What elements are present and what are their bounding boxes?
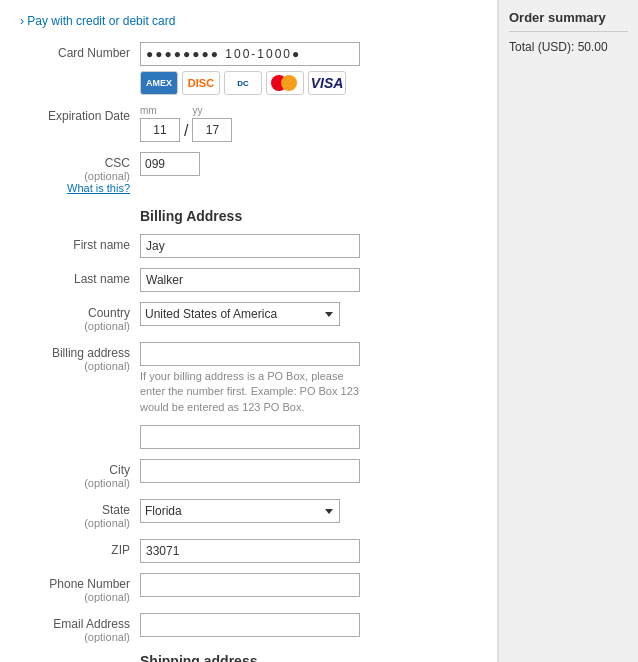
- amex-icon: AMEX: [140, 71, 178, 95]
- country-select[interactable]: United States of America Canada United K…: [140, 302, 340, 326]
- csc-row: CSC (optional) What is this?: [20, 152, 477, 194]
- expiry-yy-label: yy: [192, 105, 232, 116]
- address2-row: [20, 425, 477, 449]
- state-control: Florida Alabama Alaska Arizona Californi…: [140, 499, 477, 523]
- phone-label: Phone Number (optional): [20, 573, 140, 603]
- card-number-control: AMEX DISC DC VISA: [140, 42, 477, 95]
- last-name-label: Last name: [20, 268, 140, 286]
- zip-label: ZIP: [20, 539, 140, 557]
- email-control: [140, 613, 477, 637]
- city-row: City (optional): [20, 459, 477, 489]
- sidebar-total-label: Total (USD):: [509, 40, 574, 54]
- state-select[interactable]: Florida Alabama Alaska Arizona Californi…: [140, 499, 340, 523]
- billing-address-row: Billing address (optional) If your billi…: [20, 342, 477, 415]
- csc-label: CSC (optional) What is this?: [20, 152, 140, 194]
- shipping-title: Shipping address: [140, 653, 477, 662]
- expiry-separator: /: [184, 122, 188, 140]
- first-name-input[interactable]: [140, 234, 360, 258]
- email-input[interactable]: [140, 613, 360, 637]
- csc-control: [140, 152, 477, 176]
- phone-input[interactable]: [140, 573, 360, 597]
- state-label: State (optional): [20, 499, 140, 529]
- state-row: State (optional) Florida Alabama Alaska …: [20, 499, 477, 529]
- csc-input[interactable]: [140, 152, 200, 176]
- address2-input[interactable]: [140, 425, 360, 449]
- city-optional: (optional): [20, 477, 130, 489]
- card-number-input[interactable]: [140, 42, 360, 66]
- first-name-control: [140, 234, 477, 258]
- zip-control: [140, 539, 477, 563]
- email-label: Email Address (optional): [20, 613, 140, 643]
- billing-address-control: If your billing address is a PO Box, ple…: [140, 342, 477, 415]
- visa-icon: VISA: [308, 71, 346, 95]
- billing-address-label: Billing address (optional): [20, 342, 140, 372]
- first-name-label: First name: [20, 234, 140, 252]
- breadcrumb-link[interactable]: Pay with credit or debit card: [27, 14, 175, 28]
- zip-input[interactable]: [140, 539, 360, 563]
- billing-address-optional: (optional): [20, 360, 130, 372]
- address2-label: [20, 425, 140, 429]
- phone-optional: (optional): [20, 591, 130, 603]
- phone-row: Phone Number (optional): [20, 573, 477, 603]
- shipping-section: Shipping address Same as billing address…: [140, 653, 477, 662]
- mastercard-icon: [266, 71, 304, 95]
- sidebar-total-value: 50.00: [578, 40, 608, 54]
- expiry-yy-input[interactable]: [192, 118, 232, 142]
- order-summary-sidebar: Order summary Total (USD): 50.00: [498, 0, 638, 662]
- discover-icon: DISC: [182, 71, 220, 95]
- phone-control: [140, 573, 477, 597]
- expiry-row: Expiration Date mm / yy: [20, 105, 477, 142]
- billing-address-input[interactable]: [140, 342, 360, 366]
- address2-control: [140, 425, 477, 449]
- city-label: City (optional): [20, 459, 140, 489]
- csc-optional: (optional): [20, 170, 130, 182]
- billing-address-hint: If your billing address is a PO Box, ple…: [140, 369, 360, 415]
- zip-row: ZIP: [20, 539, 477, 563]
- sidebar-total: Total (USD): 50.00: [509, 40, 628, 54]
- email-row: Email Address (optional): [20, 613, 477, 643]
- last-name-input[interactable]: [140, 268, 360, 292]
- expiry-label: Expiration Date: [20, 105, 140, 123]
- expiry-mm-input[interactable]: [140, 118, 180, 142]
- city-input[interactable]: [140, 459, 360, 483]
- card-number-row: Card Number AMEX DISC DC: [20, 42, 477, 95]
- country-label: Country (optional): [20, 302, 140, 332]
- billing-section-title: Billing Address: [140, 208, 477, 224]
- last-name-control: [140, 268, 477, 292]
- diners-icon: DC: [224, 71, 262, 95]
- country-optional: (optional): [20, 320, 130, 332]
- expiry-control: mm / yy: [140, 105, 477, 142]
- first-name-row: First name: [20, 234, 477, 258]
- card-number-label: Card Number: [20, 42, 140, 60]
- country-row: Country (optional) United States of Amer…: [20, 302, 477, 332]
- csc-what-link[interactable]: What is this?: [20, 182, 130, 194]
- state-optional: (optional): [20, 517, 130, 529]
- country-control: United States of America Canada United K…: [140, 302, 477, 326]
- city-control: [140, 459, 477, 483]
- breadcrumb: Pay with credit or debit card: [20, 10, 477, 28]
- expiry-mm-label: mm: [140, 105, 180, 116]
- email-optional: (optional): [20, 631, 130, 643]
- last-name-row: Last name: [20, 268, 477, 292]
- sidebar-title: Order summary: [509, 10, 628, 32]
- card-icons: AMEX DISC DC VISA: [140, 71, 477, 95]
